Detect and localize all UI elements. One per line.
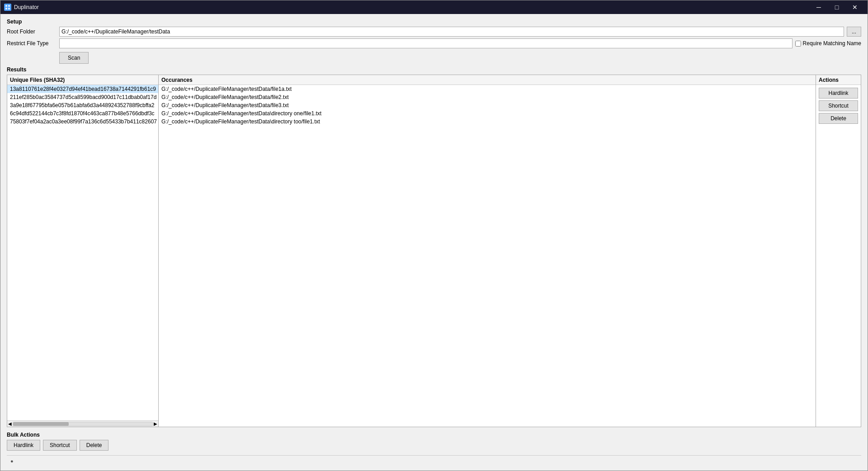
restrict-file-type-input[interactable]: [59, 38, 793, 48]
occurrences-header: Occurances: [159, 75, 816, 85]
maximize-button[interactable]: □: [828, 0, 846, 14]
svg-rect-2: [5, 8, 7, 9]
scrollbar-track[interactable]: [13, 422, 153, 426]
list-item[interactable]: G:/_code/c++/DuplicateFileManager/testDa…: [159, 85, 816, 93]
main-window: Duplinator ─ □ ✕ Setup Root Folder ... R…: [0, 0, 868, 471]
results-area: Unique Files (SHA32) 13a8110761e28f4e032…: [7, 75, 861, 427]
bulk-hardlink-button[interactable]: Hardlink: [7, 440, 40, 451]
setup-section: Setup Root Folder ... Restrict File Type…: [7, 19, 861, 64]
root-folder-label: Root Folder: [7, 28, 57, 35]
bulk-actions-section: Bulk Actions Hardlink Shortcut Delete: [7, 432, 861, 451]
list-item[interactable]: G:/_code/c++/DuplicateFileManager/testDa…: [159, 93, 816, 101]
unique-files-header: Unique Files (SHA32): [7, 75, 158, 85]
window-title: Duplinator: [14, 4, 39, 10]
scroll-right-arrow[interactable]: ▶: [154, 421, 157, 426]
shortcut-button[interactable]: Shortcut: [819, 100, 858, 111]
svg-rect-0: [5, 5, 7, 7]
bulk-actions-label: Bulk Actions: [7, 432, 861, 438]
actions-buttons: Hardlink Shortcut Delete: [816, 85, 861, 127]
list-item[interactable]: 13a8110761e28f4e0327d94ef41bead16738a714…: [7, 85, 158, 93]
list-item[interactable]: 3a9e18f67795bfa6e057b61abfa6d3a448924352…: [7, 101, 158, 109]
root-folder-row: Root Folder ...: [7, 27, 861, 37]
require-matching-name-label: Require Matching Name: [803, 40, 861, 47]
require-matching-name-row: Require Matching Name: [795, 40, 861, 47]
title-bar-left: Duplinator: [4, 4, 39, 11]
window-controls: ─ □ ✕: [810, 0, 864, 14]
svg-rect-3: [8, 8, 10, 9]
delete-button[interactable]: Delete: [819, 113, 858, 124]
bulk-actions-buttons: Hardlink Shortcut Delete: [7, 440, 861, 451]
results-section: Results Unique Files (SHA32) 13a8110761e…: [7, 66, 861, 427]
actions-pane: Actions Hardlink Shortcut Delete: [816, 75, 861, 427]
list-item[interactable]: 211ef285b0ac3584737d5ca8599bacd900d17c11…: [7, 93, 158, 101]
unique-files-pane: Unique Files (SHA32) 13a8110761e28f4e032…: [7, 75, 159, 427]
scan-button[interactable]: Scan: [59, 52, 89, 64]
scrollbar-thumb: [13, 422, 69, 426]
title-bar: Duplinator ─ □ ✕: [0, 0, 868, 14]
list-item[interactable]: 6c94dfd522144cb7c3f8fd1870f4c463ca877b48…: [7, 109, 158, 118]
unique-files-list: 13a8110761e28f4e0327d94ef41bead16738a714…: [7, 85, 158, 420]
app-icon: [4, 4, 11, 11]
root-folder-input[interactable]: [59, 27, 844, 37]
browse-button[interactable]: ...: [847, 27, 861, 37]
hardlink-button[interactable]: Hardlink: [819, 88, 858, 99]
list-item[interactable]: G:/_code/c++/DuplicateFileManager/testDa…: [159, 109, 816, 118]
list-item[interactable]: G:/_code/c++/DuplicateFileManager/testDa…: [159, 118, 816, 126]
status-icon: ●: [10, 458, 14, 464]
main-content: Setup Root Folder ... Restrict File Type…: [0, 14, 868, 471]
occurrences-pane: Occurances G:/_code/c++/DuplicateFileMan…: [159, 75, 816, 427]
setup-section-label: Setup: [7, 19, 861, 25]
scroll-left-arrow[interactable]: ◀: [8, 421, 12, 426]
require-matching-name-checkbox[interactable]: [795, 41, 801, 47]
svg-rect-1: [8, 5, 10, 7]
restrict-file-type-row: Restrict File Type Require Matching Name: [7, 38, 861, 48]
status-bar: ●: [7, 455, 861, 466]
restrict-file-type-label: Restrict File Type: [7, 40, 57, 47]
list-item[interactable]: G:/_code/c++/DuplicateFileManager/testDa…: [159, 101, 816, 109]
list-item[interactable]: 75803f7ef04a2ac0a3ee08f99f7a136c6d55433b…: [7, 118, 158, 126]
bulk-delete-button[interactable]: Delete: [80, 440, 109, 451]
bulk-shortcut-button[interactable]: Shortcut: [43, 440, 77, 451]
actions-header: Actions: [816, 75, 861, 85]
results-section-label: Results: [7, 66, 861, 73]
close-button[interactable]: ✕: [846, 0, 864, 14]
unique-files-scrollbar[interactable]: ◀ ▶: [7, 420, 158, 427]
minimize-button[interactable]: ─: [810, 0, 828, 14]
occurrences-list: G:/_code/c++/DuplicateFileManager/testDa…: [159, 85, 816, 427]
